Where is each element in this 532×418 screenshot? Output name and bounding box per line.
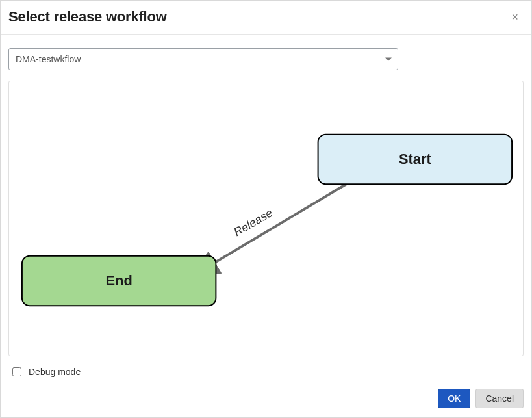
ok-button[interactable]: OK xyxy=(438,389,470,408)
workflow-edge-release[interactable] xyxy=(210,183,348,265)
dialog-body: DMA-testwkflow Release Start xyxy=(1,35,531,382)
workflow-select[interactable]: DMA-testwkflow xyxy=(8,48,398,70)
workflow-diagram-canvas[interactable]: Release Start End xyxy=(8,81,524,356)
debug-mode-checkbox[interactable] xyxy=(12,367,21,376)
workflow-diagram-svg: Release Start End xyxy=(9,81,523,356)
workflow-edge-label: Release xyxy=(231,206,275,239)
dialog-title: Select release workflow xyxy=(8,8,167,25)
workflow-select-value: DMA-testwkflow xyxy=(8,48,398,70)
workflow-node-start[interactable]: Start xyxy=(318,135,512,185)
select-release-workflow-dialog: Select release workflow × DMA-testwkflow… xyxy=(0,0,532,418)
debug-mode-label: Debug mode xyxy=(29,367,81,377)
workflow-node-end[interactable]: End xyxy=(22,256,216,306)
workflow-node-start-label: Start xyxy=(399,151,432,167)
dialog-header: Select release workflow × xyxy=(1,1,531,35)
workflow-node-end-label: End xyxy=(105,272,132,289)
debug-mode-row[interactable]: Debug mode xyxy=(10,365,522,378)
cancel-button[interactable]: Cancel xyxy=(475,389,524,408)
dialog-footer: OK Cancel xyxy=(1,382,531,417)
close-icon[interactable]: × xyxy=(507,8,522,25)
